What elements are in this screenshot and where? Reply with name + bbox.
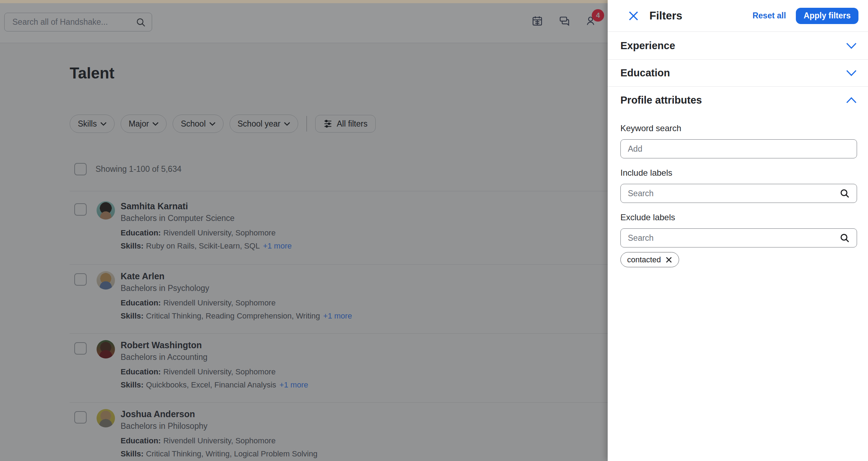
filter-section-profile-attributes[interactable]: Profile attributes xyxy=(608,87,868,113)
exclude-labels-label: Exclude labels xyxy=(620,212,857,222)
include-labels-input[interactable] xyxy=(620,184,857,203)
filter-section-experience[interactable]: Experience xyxy=(608,32,868,60)
include-labels-field xyxy=(620,184,857,203)
search-icon xyxy=(839,188,850,199)
filters-panel-header: Filters Reset all Apply filters xyxy=(608,0,868,32)
profile-attributes-body: Keyword search Include labels Exclude la… xyxy=(608,113,868,267)
reset-all-link[interactable]: Reset all xyxy=(752,11,786,21)
panel-title: Filters xyxy=(649,10,682,22)
exclude-labels-input[interactable] xyxy=(620,228,857,247)
exclude-chip-contacted: contacted xyxy=(620,252,679,267)
filters-panel: Filters Reset all Apply filters Experien… xyxy=(608,0,868,461)
filter-section-education[interactable]: Education xyxy=(608,60,868,87)
chevron-up-icon xyxy=(846,97,857,104)
handshake-talent-screen: 4 Talent Skills Major School School year xyxy=(0,0,868,461)
remove-chip-icon[interactable] xyxy=(665,256,672,263)
section-label: Profile attributes xyxy=(620,94,702,106)
keyword-search-input[interactable] xyxy=(620,139,857,158)
search-icon xyxy=(839,233,850,243)
exclude-labels-field xyxy=(620,228,857,247)
include-labels-label: Include labels xyxy=(620,168,857,178)
section-label: Education xyxy=(620,67,670,79)
chevron-down-icon xyxy=(846,70,857,76)
apply-filters-button[interactable]: Apply filters xyxy=(796,8,858,24)
top-edge-strip xyxy=(0,0,608,3)
section-label: Experience xyxy=(620,40,675,52)
chevron-down-icon xyxy=(846,42,857,49)
close-icon[interactable] xyxy=(627,10,640,22)
modal-scrim[interactable] xyxy=(0,0,608,461)
keyword-search-label: Keyword search xyxy=(620,123,857,133)
chip-label: contacted xyxy=(627,255,661,264)
